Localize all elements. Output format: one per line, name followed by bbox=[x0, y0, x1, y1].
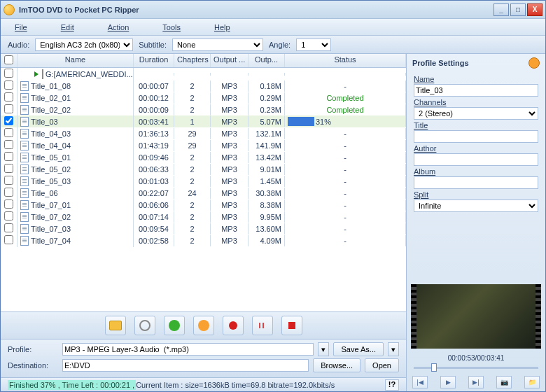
row-chapters: 2 bbox=[174, 176, 211, 187]
snapshot-folder-button[interactable]: 📁 bbox=[524, 376, 540, 388]
profile-label: Profile: bbox=[8, 345, 58, 354]
table-row[interactable]: Title_04_0301:36:1329MP3132.1M- bbox=[1, 127, 406, 139]
row-output: MP3 bbox=[211, 164, 248, 175]
snapshot-button[interactable]: 📷 bbox=[496, 376, 512, 388]
table-row[interactable]: Title_05_0200:06:332MP39.01M- bbox=[1, 163, 406, 175]
ps-name-input[interactable] bbox=[414, 84, 538, 97]
status-text: - bbox=[344, 237, 346, 245]
subtitle-select[interactable]: None bbox=[172, 38, 263, 51]
table-row[interactable]: Title_07_0200:07:142MP39.95M- bbox=[1, 211, 406, 223]
saveas-dropdown[interactable]: ▾ bbox=[388, 342, 399, 356]
ps-channels-select[interactable]: 2 (Stereo) bbox=[414, 107, 538, 120]
dvd-icon bbox=[139, 320, 150, 331]
add-button[interactable] bbox=[164, 316, 185, 335]
folder-icon bbox=[109, 321, 122, 330]
select-all-checkbox[interactable] bbox=[4, 55, 13, 64]
row-checkbox[interactable] bbox=[4, 80, 13, 90]
open-button[interactable]: Open bbox=[365, 358, 399, 372]
menubar: File Edit Action Tools Help bbox=[1, 19, 545, 36]
row-checkbox[interactable] bbox=[4, 211, 13, 220]
col-output[interactable]: Output ... bbox=[211, 54, 248, 67]
col-duration[interactable]: Duration bbox=[134, 54, 174, 67]
row-name: Title_07_04 bbox=[31, 237, 71, 245]
row-output: MP3 bbox=[211, 211, 248, 223]
close-button[interactable]: X bbox=[527, 4, 542, 16]
open-dvd-button[interactable] bbox=[134, 316, 155, 335]
row-size: 9.01M bbox=[248, 164, 285, 175]
table-row[interactable]: Title_05_0300:01:032MP31.45M- bbox=[1, 175, 406, 187]
menu-tools[interactable]: Tools bbox=[162, 23, 181, 31]
col-status[interactable]: Status bbox=[285, 54, 406, 67]
settings-button[interactable] bbox=[193, 316, 214, 335]
table-row[interactable]: Title_04_0401:43:1929MP3141.9M- bbox=[1, 139, 406, 151]
ps-author-input[interactable] bbox=[414, 153, 538, 166]
grid-body[interactable]: G:[AMERICAN_WEDDI...Title_01_0800:00:072… bbox=[1, 68, 406, 312]
row-chapters: 2 bbox=[174, 92, 211, 104]
row-chapters: 2 bbox=[174, 200, 211, 211]
angle-select[interactable]: 1 bbox=[296, 38, 331, 51]
next-button[interactable]: ▶| bbox=[468, 376, 484, 388]
file-icon bbox=[20, 153, 29, 162]
row-checkbox[interactable] bbox=[4, 223, 13, 232]
profile-input[interactable] bbox=[62, 343, 314, 356]
table-row[interactable]: Title_02_0200:00:092MP30.23MCompleted bbox=[1, 104, 406, 115]
slider-thumb[interactable] bbox=[431, 363, 437, 372]
table-row[interactable]: Title_0600:22:0724MP330.38M- bbox=[1, 187, 406, 199]
col-chapters[interactable]: Chapters bbox=[174, 54, 211, 67]
table-row[interactable]: Title_05_0100:09:462MP313.42M- bbox=[1, 151, 406, 163]
row-checkbox[interactable] bbox=[4, 92, 13, 102]
menu-file[interactable]: File bbox=[15, 23, 27, 31]
row-checkbox[interactable] bbox=[4, 116, 13, 125]
saveas-button[interactable]: Save As... bbox=[333, 342, 384, 356]
ps-album-input[interactable] bbox=[414, 176, 538, 189]
tree-root[interactable]: G:[AMERICAN_WEDDI... bbox=[1, 68, 406, 80]
row-checkbox[interactable] bbox=[4, 176, 13, 185]
ps-title-input[interactable] bbox=[414, 130, 538, 143]
browse-button[interactable]: Browse... bbox=[313, 358, 360, 372]
row-status: - bbox=[285, 200, 406, 211]
table-row[interactable]: Title_07_0300:09:542MP313.60M- bbox=[1, 223, 406, 234]
row-status: - bbox=[285, 152, 406, 163]
profile-dropdown[interactable]: ▾ bbox=[318, 342, 329, 356]
row-size: 132.1M bbox=[248, 128, 285, 139]
help-button[interactable]: !? bbox=[385, 379, 399, 391]
table-row[interactable]: Title_0300:03:411MP35.07M31% bbox=[1, 115, 406, 127]
row-checkbox[interactable] bbox=[4, 200, 13, 209]
destination-input[interactable] bbox=[62, 359, 309, 372]
stop-button[interactable] bbox=[281, 316, 302, 335]
table-row[interactable]: Title_01_0800:00:072MP30.18M- bbox=[1, 80, 406, 92]
file-icon bbox=[20, 212, 29, 222]
expand-icon[interactable] bbox=[34, 71, 38, 77]
minimize-button[interactable]: _ bbox=[493, 4, 509, 16]
table-row[interactable]: Title_07_0100:06:062MP38.38M- bbox=[1, 199, 406, 211]
table-row[interactable]: Title_02_0100:00:122MP30.29MCompleted bbox=[1, 92, 406, 104]
row-checkbox[interactable] bbox=[4, 104, 13, 113]
menu-help[interactable]: Help bbox=[214, 23, 230, 31]
disk-icon bbox=[42, 69, 43, 79]
settings-gear-icon[interactable] bbox=[528, 57, 540, 69]
maximize-button[interactable]: □ bbox=[510, 4, 526, 16]
open-folder-button[interactable] bbox=[105, 316, 126, 335]
audio-select[interactable]: English AC3 2ch (0x80) bbox=[35, 38, 133, 51]
preview-slider[interactable] bbox=[414, 363, 538, 372]
play-button[interactable]: ▶ bbox=[440, 376, 456, 388]
row-checkbox[interactable] bbox=[4, 128, 13, 137]
menu-action[interactable]: Action bbox=[108, 23, 130, 31]
menu-edit[interactable]: Edit bbox=[61, 23, 74, 31]
add-icon bbox=[169, 320, 180, 331]
row-checkbox[interactable] bbox=[4, 152, 13, 161]
row-checkbox[interactable] bbox=[4, 235, 13, 244]
row-checkbox[interactable] bbox=[4, 69, 13, 78]
ps-split-select[interactable]: Infinite bbox=[414, 200, 538, 212]
row-size: 0.29M bbox=[248, 92, 285, 104]
row-checkbox[interactable] bbox=[4, 164, 13, 173]
row-checkbox[interactable] bbox=[4, 140, 13, 149]
record-button[interactable] bbox=[223, 316, 244, 335]
pause-button[interactable]: II bbox=[252, 316, 273, 335]
col-name[interactable]: Name bbox=[18, 54, 134, 67]
prev-button[interactable]: |◀ bbox=[412, 376, 428, 388]
table-row[interactable]: Title_07_0400:02:582MP34.09M- bbox=[1, 234, 406, 246]
col-outsize[interactable]: Outp... bbox=[248, 54, 285, 67]
row-checkbox[interactable] bbox=[4, 188, 13, 197]
row-chapters: 2 bbox=[174, 235, 211, 246]
